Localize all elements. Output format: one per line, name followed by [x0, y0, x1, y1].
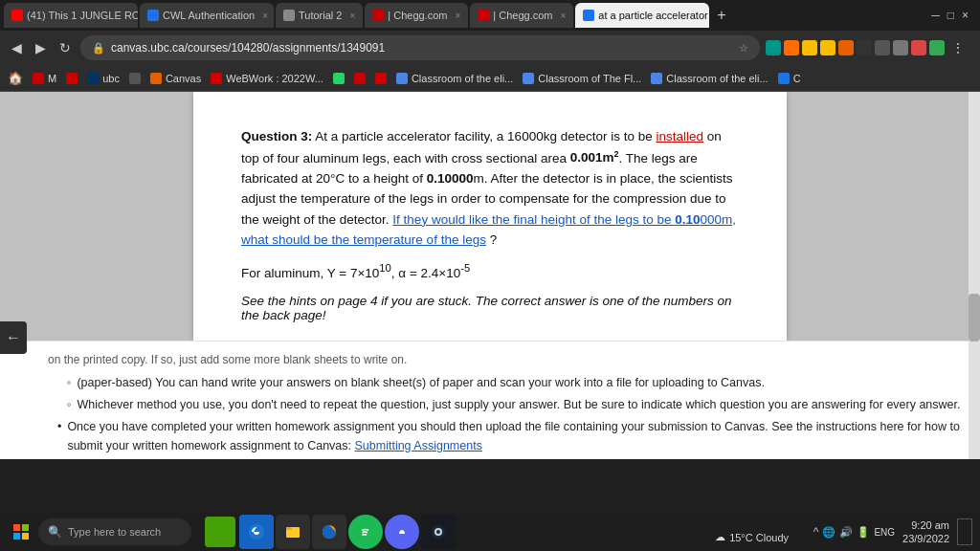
- ext-icon-4[interactable]: [838, 40, 854, 55]
- tray-sound-icon[interactable]: 🔊: [839, 526, 853, 539]
- ext-icon-2[interactable]: [784, 40, 799, 55]
- notification-icon[interactable]: [957, 518, 972, 545]
- taskbar-search-box[interactable]: 🔍 Type here to search: [38, 518, 191, 545]
- taskbar-explorer-icon[interactable]: [276, 515, 310, 549]
- bookmark-wa[interactable]: [333, 73, 345, 84]
- tab-label-chegg2: | Chegg.com: [493, 10, 552, 21]
- bookmark-n[interactable]: [66, 73, 78, 84]
- classroom3-favicon: [651, 73, 662, 84]
- gmail-favicon: [33, 73, 44, 84]
- bookmark-gmail[interactable]: M: [33, 73, 56, 84]
- taskbar-right: ^ 🌐 🔊 🔋 ENG 9:20 am 23/9/2022: [813, 518, 972, 546]
- tab-bar: (41) This 1 JUNGLE ROUTE... × CWL Authen…: [0, 0, 980, 31]
- sidebar-back-button[interactable]: ←: [0, 321, 27, 354]
- ext-icon-3[interactable]: [820, 40, 835, 55]
- tab-close-chegg2[interactable]: ×: [560, 11, 566, 21]
- n-favicon: [66, 73, 78, 84]
- bullet-item-upload: • Once you have completed your written h…: [57, 418, 961, 455]
- tab-label-tutorial: Tutorial 2: [299, 10, 342, 21]
- assignments-link[interactable]: Submitting Assignments: [355, 439, 482, 452]
- ext-icon-8[interactable]: [911, 40, 926, 55]
- bullet-circle-2: ◦: [67, 396, 71, 414]
- tab-label-chegg1: | Chegg.com: [388, 10, 447, 21]
- bookmark-ubc-label: ubc: [102, 73, 120, 84]
- weather-display: ☁ 15°C Cloudy: [715, 531, 789, 543]
- ext-icon-chegg[interactable]: [802, 40, 817, 55]
- bullet-item-paper: ◦ (paper-based) You can hand write your …: [67, 374, 961, 392]
- tab-chegg1[interactable]: | Chegg.com ×: [365, 3, 468, 28]
- question-body-pre: At a particle accelerator facility, a 16…: [315, 129, 656, 143]
- date-display: 23/9/2022: [902, 532, 949, 545]
- tray-lang: ENG: [874, 527, 895, 538]
- tab-youtube[interactable]: (41) This 1 JUNGLE ROUTE... ×: [4, 3, 138, 28]
- bookmark-classroom3-label: Classroom of the eli...: [666, 73, 768, 84]
- scrollbar-track: [969, 92, 980, 459]
- bookmark-classroom2-label: Classroom of The Fl...: [538, 73, 641, 84]
- bullet-item-method: ◦ Whichever method you use, you don't ne…: [67, 396, 961, 414]
- taskbar-profile-icon[interactable]: [203, 515, 237, 549]
- tab-favicon-tutorial: [283, 10, 295, 21]
- tab-particle[interactable]: at a particle accelerator fac... ×: [575, 3, 709, 28]
- back-button[interactable]: ◀: [8, 38, 26, 57]
- canvas-favicon: [150, 73, 162, 84]
- question-number: Question 3:: [241, 129, 312, 143]
- c-favicon: [778, 73, 790, 84]
- minimize-icon[interactable]: ─: [931, 9, 940, 22]
- tab-close-tutorial[interactable]: ×: [349, 11, 355, 21]
- tab-favicon-chegg1: [372, 10, 384, 21]
- url-box[interactable]: 🔒 canvas.ubc.ca/courses/104280/assignmen…: [80, 35, 760, 60]
- tab-close-cwl[interactable]: ×: [262, 11, 268, 21]
- bookmark-home[interactable]: 🏠: [8, 71, 23, 85]
- formula-line: For aluminum, Y = 7×1010, α = 2.4×10-5: [241, 262, 739, 280]
- ext-icon-6[interactable]: [875, 40, 890, 55]
- tab-tutorial[interactable]: Tutorial 2 ×: [276, 3, 363, 28]
- bookmark-tv[interactable]: [375, 73, 387, 84]
- taskbar-discord-icon[interactable]: [385, 515, 419, 549]
- maximize-icon[interactable]: □: [947, 9, 954, 22]
- bookmark-canvas-icon[interactable]: [129, 73, 141, 84]
- new-tab-button[interactable]: +: [711, 7, 731, 24]
- bullet-text-paper: (paper-based) You can hand write your an…: [77, 374, 764, 392]
- ext-icon-1[interactable]: [766, 40, 781, 55]
- tray-battery-icon[interactable]: 🔋: [857, 526, 870, 539]
- tab-close-chegg1[interactable]: ×: [455, 11, 460, 21]
- taskbar-edge-icon[interactable]: [239, 515, 274, 549]
- webwork-favicon: [211, 73, 222, 84]
- tab-favicon-chegg2: [478, 10, 489, 21]
- forward-button[interactable]: ▶: [32, 38, 50, 57]
- tab-favicon-particle: [583, 10, 594, 21]
- bookmark-classroom1[interactable]: Classroom of the eli...: [396, 73, 513, 84]
- refresh-button[interactable]: ↻: [56, 38, 75, 57]
- taskbar-spotify-icon[interactable]: [348, 515, 383, 549]
- tab-chegg2[interactable]: | Chegg.com ×: [470, 3, 573, 28]
- ext-icon-9[interactable]: [929, 40, 945, 55]
- taskbar-steam-icon[interactable]: [421, 515, 456, 549]
- tab-cwl[interactable]: CWL Authentication ×: [140, 3, 274, 28]
- bullet-text-upload: Once you have completed your written hom…: [67, 418, 961, 455]
- tray-network-icon[interactable]: 🌐: [822, 526, 835, 539]
- bookmark-classroom2[interactable]: Classroom of The Fl...: [523, 73, 641, 84]
- bookmark-webwork[interactable]: WeBWork : 2022W...: [211, 73, 323, 84]
- star-icon[interactable]: ☆: [739, 42, 748, 55]
- tray-chevron-icon[interactable]: ^: [813, 525, 819, 539]
- bookmark-classroom3[interactable]: Classroom of the eli...: [651, 73, 768, 84]
- window-controls: ─ □ ×: [931, 9, 976, 22]
- start-icon[interactable]: [8, 518, 34, 545]
- scrollbar-thumb[interactable]: [969, 294, 980, 342]
- bookmark-classroom1-label: Classroom of the eli...: [412, 73, 513, 84]
- tab-label-youtube: (41) This 1 JUNGLE ROUTE...: [27, 10, 138, 21]
- more-options-icon[interactable]: ⋮: [947, 40, 969, 55]
- bullet-circle-1: ◦: [67, 374, 71, 392]
- ext-icon-7[interactable]: [893, 40, 908, 55]
- c-label: C: [793, 73, 801, 84]
- tab-favicon-cwl: [147, 10, 159, 21]
- svg-rect-3: [22, 533, 29, 540]
- bookmark-yt[interactable]: [354, 73, 366, 84]
- bookmark-canvas[interactable]: Canvas: [150, 73, 201, 84]
- close-icon[interactable]: ×: [962, 9, 969, 22]
- taskbar-firefox-icon[interactable]: [312, 515, 346, 549]
- bookmark-c[interactable]: C: [778, 73, 801, 84]
- bookmark-ubc[interactable]: ubc: [87, 73, 120, 84]
- taskbar: 🔍 Type here to search: [0, 513, 980, 551]
- ext-icon-5[interactable]: [857, 40, 872, 55]
